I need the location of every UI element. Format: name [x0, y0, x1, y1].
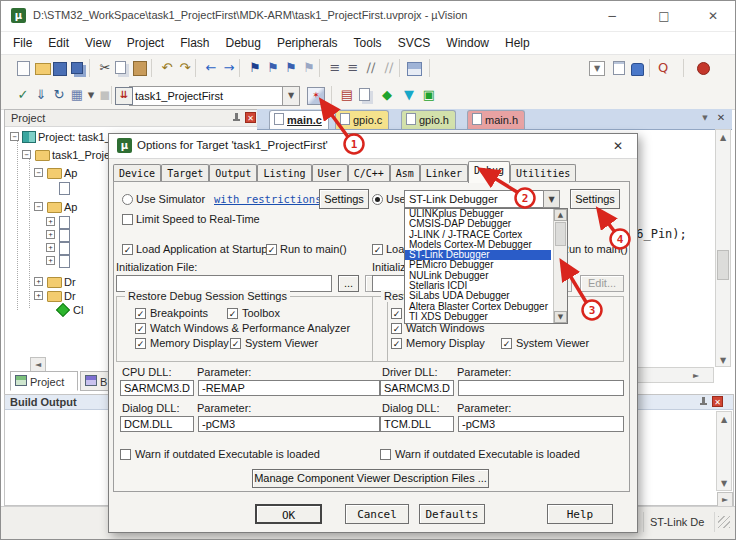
dropdown-item-silabs-uda-debugger[interactable]: SiLabs UDA Debugger [405, 291, 551, 301]
collapse-icon[interactable]: − [10, 132, 19, 141]
menu-window[interactable]: Window [438, 32, 497, 54]
download-icon[interactable]: ⇊ [115, 87, 133, 105]
ok-button[interactable]: OK [255, 504, 322, 524]
indent-icon[interactable]: ≡ [345, 60, 361, 76]
debugger-settings-button[interactable]: Settings [570, 189, 620, 209]
resize-grip[interactable] [718, 516, 730, 528]
options-for-target-wand-icon[interactable]: ✶ [307, 87, 325, 105]
rebuild-icon[interactable]: ↻ [51, 87, 67, 103]
debugger-combo-arrow-icon[interactable]: ▼ [543, 190, 560, 208]
run-to-main-checkbox-left[interactable]: ✓ [266, 244, 277, 255]
bookmark-clear-icon[interactable]: ⚑ [301, 60, 317, 76]
dropdown-item-ti-xds-debugger[interactable]: TI XDS Debugger [405, 312, 551, 322]
dropdown-item-pemicro-debugger[interactable]: PEMicro Debugger [405, 260, 551, 270]
maximize-button[interactable]: □ [653, 7, 675, 25]
tab-project[interactable]: Project [10, 371, 78, 391]
undo-icon[interactable]: ↶ [159, 60, 175, 76]
nav-back-icon[interactable]: ← [203, 60, 219, 76]
expand-icon[interactable]: + [34, 277, 43, 286]
toolbox-checkbox-left[interactable]: ✓ [227, 308, 238, 319]
memory-checkbox-right[interactable]: ✓ [391, 338, 402, 349]
menu-debug[interactable]: Debug [218, 32, 269, 54]
collapse-icon[interactable]: − [34, 202, 43, 211]
breakpoints-checkbox-right[interactable]: ✓ [391, 308, 402, 319]
bookmark-toggle-icon[interactable]: ⚑ [247, 60, 263, 76]
new-file-icon[interactable] [17, 61, 30, 76]
menu-edit[interactable]: Edit [40, 32, 77, 54]
select-packs-icon[interactable]: ▼ [401, 87, 417, 103]
expand-icon[interactable]: + [46, 256, 55, 265]
cut-icon[interactable]: ✂ [97, 60, 113, 76]
build-icon[interactable]: ⇓ [33, 87, 49, 103]
save-icon[interactable] [53, 62, 67, 76]
limit-speed-checkbox[interactable] [122, 214, 133, 225]
runtime-environment-icon[interactable]: ◆ [379, 87, 395, 103]
redo-icon[interactable]: ↷ [177, 60, 193, 76]
open-folder-icon[interactable] [35, 63, 51, 75]
dropdown-scrollbar[interactable]: ▲ ▼ [553, 209, 567, 323]
menu-flash[interactable]: Flash [172, 32, 217, 54]
memory-checkbox-left[interactable]: ✓ [135, 338, 146, 349]
dialog-dll-input-left[interactable] [120, 416, 194, 432]
minimize-button[interactable]: − [601, 7, 623, 25]
dialog-close-icon[interactable]: ✕ [609, 138, 627, 154]
scroll-up-icon[interactable]: ▲ [716, 131, 730, 144]
browse-button-left[interactable]: ... [338, 275, 359, 292]
expand-icon[interactable]: + [34, 291, 43, 300]
menu-project[interactable]: Project [119, 32, 172, 54]
tree-label[interactable]: Ap [64, 201, 77, 213]
dropdown-item-cmsis-dap-debugger[interactable]: CMSIS-DAP Debugger [405, 219, 551, 229]
watch-checkbox-right[interactable]: ✓ [391, 323, 402, 334]
tree-label[interactable]: Dr [64, 290, 76, 302]
cpu-param-input[interactable] [198, 380, 380, 396]
bookmark-next-icon[interactable]: ⚑ [283, 60, 299, 76]
sysviewer-checkbox-right[interactable]: ✓ [501, 338, 512, 349]
close-panel-icon[interactable]: ✕ [712, 396, 723, 407]
nav-forward-icon[interactable]: → [221, 60, 237, 76]
scroll-up-icon[interactable]: ▲ [717, 413, 731, 426]
menu-file[interactable]: File [5, 32, 40, 54]
comment-selection-icon[interactable]: ∕∕ [363, 60, 379, 76]
save-all-icon[interactable] [71, 62, 83, 74]
scroll-thumb[interactable] [555, 222, 566, 246]
close-button[interactable]: ✕ [702, 7, 724, 25]
scroll-down-icon[interactable]: ▼ [554, 311, 567, 323]
debugger-combo[interactable]: ST-Link Debugger [404, 190, 544, 208]
hscroll-right-icon[interactable]: ► [717, 492, 733, 507]
collapse-icon[interactable]: − [22, 150, 31, 159]
help-button[interactable]: Help [547, 504, 613, 524]
pin-icon[interactable] [232, 113, 241, 122]
dropdown-item-j-link-j-trace-cortex[interactable]: J-LINK / J-TRACE Cortex [405, 230, 551, 240]
defaults-button[interactable]: Defaults [419, 504, 485, 524]
editor-tab-main-h[interactable]: main.h [467, 110, 525, 129]
target-select[interactable]: task1_ProjectFirst [129, 86, 288, 106]
record-icon[interactable] [697, 62, 710, 75]
editor-tab-gpio-h[interactable]: gpio.h [401, 110, 456, 129]
file-extensions-icon[interactable] [359, 88, 370, 101]
watch-checkbox-left[interactable]: ✓ [135, 323, 146, 334]
target-select-arrow-icon[interactable]: ▼ [282, 86, 300, 106]
menu-svcs[interactable]: SVCS [390, 32, 439, 54]
load-app-checkbox-left[interactable]: ✓ [122, 244, 133, 255]
pack-installer-icon[interactable]: ▣ [421, 87, 437, 103]
menu-peripherals[interactable]: Peripherals [269, 32, 346, 54]
browse-hand-icon[interactable] [631, 63, 644, 76]
build-output-vscrollbar[interactable]: ▲ ▼ [716, 411, 732, 491]
configure-tools-icon[interactable] [407, 62, 422, 76]
manage-components-icon[interactable]: ▤ [339, 87, 355, 103]
menu-help[interactable]: Help [497, 32, 538, 54]
dialog-param-input-right[interactable] [458, 416, 624, 432]
tree-label[interactable]: Ap [64, 167, 77, 179]
collapse-icon[interactable]: − [34, 168, 43, 177]
close-file-icon[interactable]: ✕ [714, 111, 728, 124]
hscroll-left-icon[interactable]: ◄ [30, 357, 46, 372]
dropdown-item-models-cortex-m-debugger[interactable]: Models Cortex-M Debugger [405, 240, 551, 250]
use-debugger-radio[interactable] [372, 194, 383, 205]
bookmark-prev-icon[interactable]: ⚑ [265, 60, 281, 76]
dropdown-item-ulinkplus-debugger[interactable]: ULINKplus Debugger [405, 209, 551, 219]
scroll-thumb[interactable] [717, 250, 729, 280]
tree-label[interactable]: Cl [73, 304, 83, 316]
scroll-up-icon[interactable]: ▲ [554, 209, 567, 221]
translate-icon[interactable]: ✓ [15, 87, 31, 103]
sysviewer-checkbox-left[interactable]: ✓ [230, 338, 241, 349]
